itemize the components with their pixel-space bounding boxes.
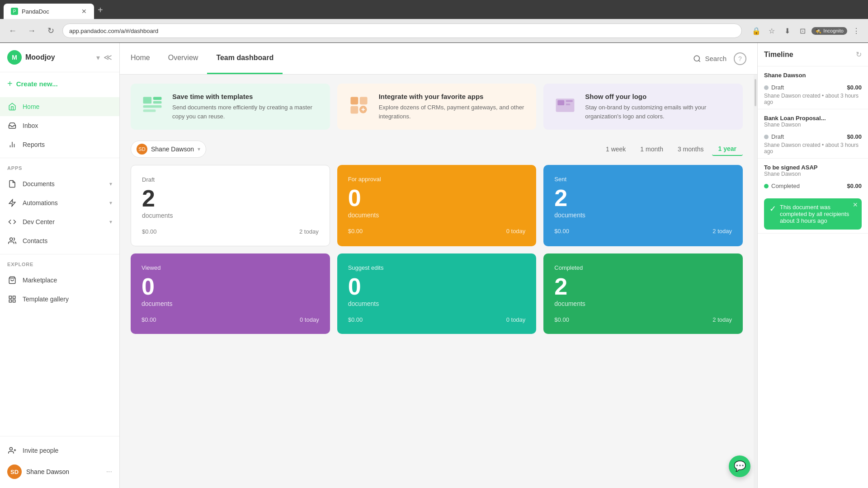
stat-sent-footer: $0.00 2 today — [554, 228, 732, 235]
timeline-panel: Timeline ↻ Shane Dawson Draft $0.00 Shan… — [757, 43, 868, 488]
tab-overview[interactable]: Overview — [159, 43, 208, 74]
stat-suggest-number: 0 — [348, 275, 526, 298]
bookmark-btn[interactable]: ☆ — [765, 24, 778, 37]
back-button[interactable]: ← — [5, 23, 20, 38]
sidebar-item-contacts[interactable]: Contacts — [0, 231, 119, 250]
svg-rect-20 — [350, 97, 358, 104]
address-bar[interactable]: app.pandadoc.com/a/#/dashboard — [62, 23, 742, 38]
timeline-item-2-status-row: Draft $0.00 — [764, 133, 862, 140]
timeline-item-2: Draft $0.00 Shane Dawson created • about… — [758, 130, 868, 158]
promo-card-templates: Save time with templates Send documents … — [131, 84, 330, 130]
dashboard-area: Save time with templates Send documents … — [120, 75, 757, 488]
time-filter-3months-label: 3 months — [678, 145, 704, 153]
timeline-refresh-button[interactable]: ↻ — [856, 50, 862, 59]
svg-point-4 — [10, 238, 13, 240]
sidebar-collapse-button[interactable]: ≪ — [104, 52, 112, 62]
documents-label: Documents — [23, 180, 104, 188]
new-tab-button[interactable]: + — [94, 5, 107, 15]
stat-viewed-amount: $0.00 — [142, 316, 156, 323]
timeline-group-2-title: Bank Loan Proposal... — [764, 115, 862, 122]
stat-viewed-status: Viewed — [142, 264, 319, 271]
timeline-scroll: Shane Dawson Draft $0.00 Shane Dawson cr… — [758, 66, 868, 488]
refresh-button[interactable]: ↻ — [43, 23, 58, 38]
user-avatar: SD — [7, 465, 22, 479]
tab-home-label: Home — [131, 54, 150, 62]
timeline-dot-completed — [764, 184, 769, 188]
incognito-icon: 🕵 — [815, 28, 821, 34]
svg-point-10 — [9, 447, 12, 450]
create-plus-icon: + — [7, 79, 13, 89]
user-profile-item[interactable]: SD Shane Dawson ··· — [0, 460, 119, 483]
time-filter-1month-label: 1 month — [640, 145, 663, 153]
stat-draft-number: 2 — [142, 187, 319, 210]
integrations-icon — [346, 93, 372, 118]
sidebar-item-reports[interactable]: Reports — [0, 135, 119, 154]
promo-integrations-title: Integrate with your favorite apps — [379, 93, 528, 100]
svg-rect-28 — [566, 100, 573, 102]
apps-nav: Documents ▾ Automations ▾ Dev Center ▾ — [0, 173, 119, 252]
sidebar-item-inbox[interactable]: Inbox — [0, 116, 119, 135]
stat-suggest-footer: $0.00 0 today — [348, 316, 526, 323]
timeline-item-3-status-row: Completed $0.00 — [764, 183, 862, 189]
org-name: Moodjoy — [25, 53, 93, 61]
completed-close-button[interactable]: ✕ — [853, 201, 858, 208]
timeline-group-1-header: Shane Dawson — [758, 66, 868, 80]
apps-section-title: APPS — [0, 160, 119, 173]
logo-icon — [552, 93, 578, 118]
tab-team-dashboard-label: Team dashboard — [216, 54, 274, 62]
time-filters: 1 week 1 month 3 months 1 year — [599, 142, 743, 156]
timeline-item-3: Completed $0.00 — [758, 179, 868, 195]
timeline-item-1-meta: Shane Dawson created • about 3 hours ago — [764, 93, 862, 105]
promo-logo-title: Show off your logo — [585, 93, 734, 100]
org-dropdown-icon[interactable]: ▾ — [96, 53, 100, 62]
timeline-group-3-title: To be signed ASAP — [764, 164, 862, 171]
tab-close[interactable]: ✕ — [81, 8, 87, 15]
user-more-icon[interactable]: ··· — [106, 468, 112, 476]
time-filter-3months[interactable]: 3 months — [671, 143, 710, 155]
stat-card-sent: Sent 2 documents $0.00 2 today — [543, 165, 743, 246]
tab-overview-label: Overview — [168, 54, 198, 62]
home-label: Home — [23, 103, 112, 110]
stat-sent-number: 2 — [554, 186, 732, 210]
sidebar-scroll: Home Inbox Reports APPS — [0, 95, 119, 436]
svg-marker-3 — [9, 200, 15, 206]
more-btn[interactable]: ⋮ — [850, 24, 863, 37]
automations-chevron-icon: ▾ — [109, 200, 112, 206]
help-button[interactable]: ? — [734, 52, 746, 65]
active-tab[interactable]: P PandaDoc ✕ — [4, 4, 94, 19]
profile-btn[interactable]: ⊡ — [796, 24, 809, 37]
timeline-group-2: Bank Loan Proposal... Shane Dawson Draft… — [758, 109, 868, 159]
forward-button[interactable]: → — [24, 23, 39, 38]
stat-card-suggest-edits: Suggest edits 0 documents $0.00 0 today — [337, 253, 537, 334]
search-button[interactable]: Search — [693, 55, 726, 63]
svg-rect-9 — [13, 300, 15, 302]
dev-center-chevron-icon: ▾ — [109, 219, 112, 225]
timeline-header: Timeline ↻ — [758, 43, 868, 66]
promo-card-integrations: Integrate with your favorite apps Explor… — [337, 84, 537, 130]
sidebar-item-automations[interactable]: Automations ▾ — [0, 193, 119, 212]
stat-draft-label: documents — [142, 212, 319, 219]
extension-btn[interactable]: 🔒 — [750, 24, 763, 37]
stat-sent-status: Sent — [554, 176, 732, 183]
time-filter-1week-label: 1 week — [606, 145, 626, 153]
create-new-button[interactable]: + Create new... — [0, 72, 119, 95]
stat-completed-today: 2 today — [712, 316, 732, 323]
documents-icon — [7, 179, 17, 189]
sidebar-item-invite[interactable]: Invite people — [0, 441, 119, 460]
download-btn[interactable]: ⬇ — [781, 24, 793, 37]
time-filter-1year-label: 1 year — [718, 145, 736, 152]
tab-team-dashboard[interactable]: Team dashboard — [207, 43, 283, 74]
sidebar-item-marketplace[interactable]: Marketplace — [0, 271, 119, 290]
sidebar-item-dev-center[interactable]: Dev Center ▾ — [0, 212, 119, 231]
dev-center-label: Dev Center — [23, 218, 104, 225]
sidebar-item-documents[interactable]: Documents ▾ — [0, 174, 119, 193]
reports-label: Reports — [23, 141, 112, 148]
chat-widget-button[interactable]: 💬 — [729, 455, 750, 477]
sidebar-item-template-gallery[interactable]: Template gallery — [0, 290, 119, 309]
time-filter-1month[interactable]: 1 month — [634, 143, 670, 155]
time-filter-1year[interactable]: 1 year — [712, 142, 743, 156]
user-selector[interactable]: SD Shane Dawson ▾ — [131, 141, 206, 158]
tab-home[interactable]: Home — [131, 43, 159, 74]
sidebar-item-home[interactable]: Home — [0, 97, 119, 116]
time-filter-1week[interactable]: 1 week — [599, 143, 632, 155]
